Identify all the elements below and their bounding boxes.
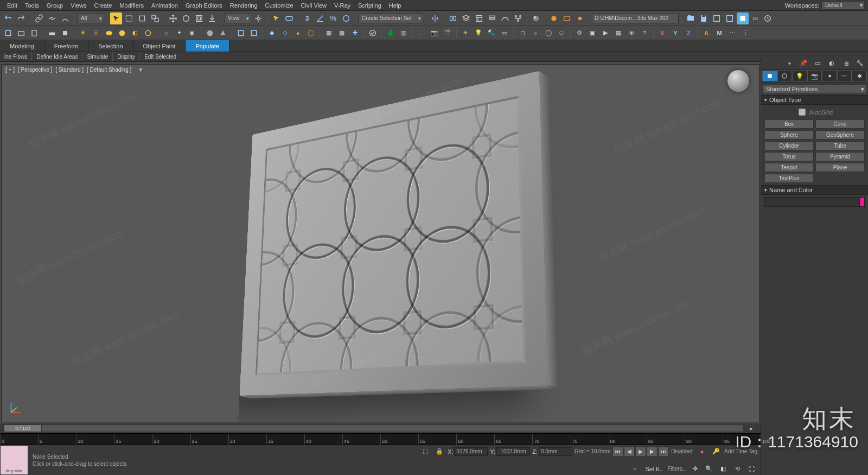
tb2-icon-4[interactable] <box>46 27 58 39</box>
cp-tab-shapes-icon[interactable] <box>777 71 793 81</box>
save-file-icon[interactable] <box>698 12 710 24</box>
menu-help[interactable]: Help <box>385 0 405 11</box>
rollout-name-color[interactable]: Name and Color <box>761 185 868 195</box>
coord-z-input[interactable] <box>539 447 572 456</box>
ribbon-tab-selection[interactable]: Selection <box>88 40 133 52</box>
misc-icon-4[interactable]: ▦ <box>612 27 624 39</box>
cp-tab-lights-icon[interactable]: 💡 <box>792 71 807 81</box>
light-icon-2[interactable]: ☉ <box>90 27 102 39</box>
misc-icon-5[interactable]: 👁 <box>626 27 637 39</box>
cp-tab-systems-icon[interactable]: ✱ <box>852 71 867 81</box>
plant-icon[interactable]: ▥ <box>398 27 410 39</box>
menu-scripting[interactable]: Scripting <box>354 0 385 11</box>
axis-z-icon[interactable]: Z <box>682 27 694 39</box>
axis-y-icon[interactable]: Y <box>669 27 681 39</box>
script-listener[interactable]: ting Mini <box>0 445 28 475</box>
trail-icon-1[interactable]: ⋯ <box>726 27 738 39</box>
slider-expand-icon[interactable]: ▸ <box>745 422 757 434</box>
cam-icon-2[interactable]: 📷 <box>429 27 441 39</box>
viewport-filter-icon[interactable]: ▼ <box>137 67 144 73</box>
select-object-icon[interactable] <box>110 12 122 24</box>
menu-animation[interactable]: Animation <box>148 0 182 11</box>
cp-subcategory-dropdown[interactable]: Standard Primitives <box>762 84 867 94</box>
snap-toggle-icon[interactable]: 3 <box>301 12 313 24</box>
geo-icon-4[interactable]: ⬭ <box>556 27 567 39</box>
autobak-icon[interactable] <box>737 12 749 24</box>
schematic-view-icon[interactable] <box>512 12 524 24</box>
cp-tab-cameras-icon[interactable]: 📷 <box>807 71 822 81</box>
color-swatch[interactable] <box>859 197 865 207</box>
vray-icon-e[interactable]: ▦ <box>323 27 335 39</box>
pivot-icon[interactable] <box>252 12 264 24</box>
cp-tab-spacewarps-icon[interactable]: 〰 <box>837 71 852 81</box>
coord-y-input[interactable] <box>496 447 530 456</box>
viewport[interactable]: [ + ] [ Perspective ] [ Standard ] [ Def… <box>1 64 760 422</box>
angle-snap-icon[interactable] <box>314 12 326 24</box>
menu-graph-editors[interactable]: Graph Editors <box>182 0 226 11</box>
next-frame-icon[interactable]: ▶ <box>647 447 658 457</box>
key-filters[interactable]: Filters... <box>667 466 687 472</box>
prim-torus[interactable]: Torus <box>764 152 814 161</box>
menu-tools[interactable]: Tools <box>21 0 43 11</box>
misc-icon-2[interactable]: ▣ <box>586 27 598 39</box>
light-icon-7[interactable]: ☼ <box>160 27 172 39</box>
subtab-edit-selected[interactable]: Edit Selected <box>140 52 181 61</box>
cp-add-icon[interactable]: ＋ <box>783 58 795 69</box>
viewport-label[interactable]: [ + ] [ Perspective ] [ Standard ] [ Def… <box>5 67 144 73</box>
menu-rendering[interactable]: Rendering <box>226 0 261 11</box>
add-time-tag[interactable]: Add Time Tag <box>724 448 757 454</box>
select-rect-icon[interactable] <box>123 12 135 24</box>
spot-icon[interactable]: 🔦 <box>486 27 497 39</box>
menu-group[interactable]: Group <box>43 0 67 11</box>
project-path-field[interactable]: D:\ZHM\Docum…3ds Max 202 <box>592 14 679 23</box>
workspace-dropdown[interactable]: Default▾ <box>821 1 865 10</box>
menu-vray[interactable]: V-Ray <box>330 0 354 11</box>
set-key-button[interactable]: Set K.. <box>643 466 665 472</box>
object-name-input[interactable] <box>764 197 859 207</box>
menu-civil-view[interactable]: Civil View <box>297 0 330 11</box>
percent-snap-icon[interactable]: % <box>327 12 339 24</box>
sphere-icon[interactable] <box>204 27 216 39</box>
selection-filter-dropdown[interactable]: All <box>77 14 104 23</box>
tb2-icon-5[interactable] <box>59 27 71 39</box>
prim-box[interactable]: Box <box>764 119 814 129</box>
material-editor-icon[interactable] <box>530 12 542 24</box>
recent-icon[interactable] <box>711 12 723 24</box>
geo-icon-3[interactable]: ◯ <box>542 27 554 39</box>
prim-cylinder[interactable]: Cylinder <box>764 141 814 150</box>
vray-icon-a[interactable]: ◆ <box>266 27 278 39</box>
menu-views[interactable]: Views <box>67 0 90 11</box>
area-icon[interactable]: ▭ <box>499 27 510 39</box>
vray-icon-d[interactable]: ◯ <box>305 27 317 39</box>
subtab-simulate[interactable]: Simulate <box>82 52 113 61</box>
letter-a-icon[interactable]: A <box>700 27 712 39</box>
ref-coord-dropdown[interactable]: View <box>224 14 251 23</box>
prim-cone[interactable]: Cone <box>815 119 865 129</box>
scale-icon[interactable] <box>193 12 205 24</box>
lock-selection-icon[interactable]: 🔒 <box>433 446 445 458</box>
prim-pyramid[interactable]: Pyramid <box>815 152 865 161</box>
select-crossing-icon[interactable] <box>149 12 161 24</box>
render-setup-icon[interactable] <box>548 12 560 24</box>
cp-tab-helpers-icon[interactable]: ✦ <box>822 71 837 81</box>
curve-editor-icon[interactable] <box>499 12 511 24</box>
tb2-x2[interactable] <box>248 27 260 39</box>
place-icon[interactable] <box>206 12 218 24</box>
menu-modifiers[interactable]: Modifiers <box>116 0 148 11</box>
autogrid-checkbox[interactable]: AutoGrid <box>764 107 865 117</box>
ribbon-tab-freeform[interactable]: Freeform <box>44 40 89 52</box>
misc-icon-3[interactable]: ▶ <box>599 27 611 39</box>
spinner-snap-icon[interactable] <box>340 12 352 24</box>
vray-icon-g[interactable]: ✚ <box>349 27 361 39</box>
misc-icon-1[interactable]: ⚙ <box>573 27 585 39</box>
select-window-icon[interactable] <box>136 12 148 24</box>
vray-icon-b[interactable]: ◇ <box>279 27 291 39</box>
manipulate-icon[interactable] <box>270 12 282 24</box>
cp-wrench-icon[interactable]: 🔧 <box>854 58 866 69</box>
render-frame-icon[interactable] <box>561 12 573 24</box>
menu-customize[interactable]: Customize <box>261 0 297 11</box>
keyboard-shortcut-icon[interactable] <box>283 12 295 24</box>
ribbon-tab-modeling[interactable]: Modeling <box>0 40 44 52</box>
prev-frame-icon[interactable]: ◀ <box>624 447 635 457</box>
move-icon[interactable] <box>167 12 179 24</box>
